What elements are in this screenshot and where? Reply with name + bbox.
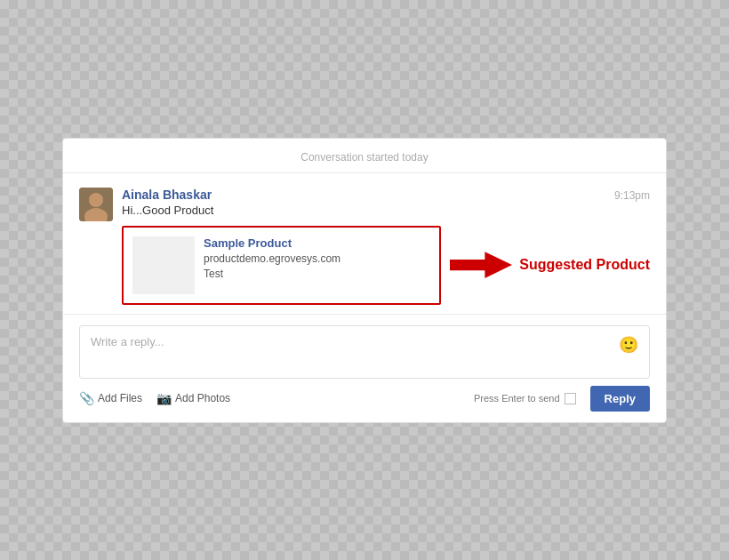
product-card: Sample Product productdemo.egrovesys.com… [122,226,441,305]
message-area: Ainala Bhaskar 9:13pm Hi...Good Product … [63,173,666,315]
product-desc: Test [204,268,430,280]
reply-placeholder: Write a reply... [91,335,164,348]
reply-actions: 📎 Add Files 📷 Add Photos Press Enter to … [79,386,650,412]
product-name: Sample Product [204,236,430,250]
annotation-label: Suggested Product [519,257,650,273]
add-files-label: Add Files [98,392,142,404]
paperclip-icon: 📎 [79,391,94,405]
arrow-icon [450,250,512,280]
conversation-header-text: Conversation started today [293,151,435,164]
press-enter-label: Press Enter to send [474,393,560,404]
svg-marker-3 [450,252,512,278]
reply-area: Write a reply... 🙂 📎 Add Files 📷 Add Pho… [63,315,666,422]
add-photos-button[interactable]: 📷 Add Photos [156,391,230,405]
message-text: Hi...Good Product [122,204,650,217]
message-content: Ainala Bhaskar 9:13pm Hi...Good Product [122,188,650,226]
photo-icon: 📷 [156,391,172,405]
svg-point-1 [89,193,103,207]
conversation-header: Conversation started today [63,139,666,173]
product-image [132,236,195,294]
suggested-product-container: Sample Product productdemo.egrovesys.com… [122,226,650,305]
message-time: 9:13pm [614,189,650,202]
sender-name: Ainala Bhaskar [122,188,212,202]
product-info: Sample Product productdemo.egrovesys.com… [204,236,430,294]
add-files-button[interactable]: 📎 Add Files [79,391,142,405]
press-enter-checkbox[interactable] [565,393,576,404]
press-enter-wrapper: Press Enter to send [474,393,576,404]
reply-input-wrapper[interactable]: Write a reply... 🙂 [79,325,650,379]
arrow-annotation: Suggested Product [450,250,650,280]
chat-window: Conversation started today Ainala Bhaska… [62,138,667,423]
reply-button[interactable]: Reply [590,386,650,412]
message-header: Ainala Bhaskar 9:13pm Hi...Good Product [79,188,650,226]
emoji-icon[interactable]: 🙂 [619,335,638,355]
product-url: productdemo.egrovesys.com [204,252,430,265]
avatar [79,188,113,221]
add-photos-label: Add Photos [175,392,230,404]
message-top: Ainala Bhaskar 9:13pm [122,188,650,202]
